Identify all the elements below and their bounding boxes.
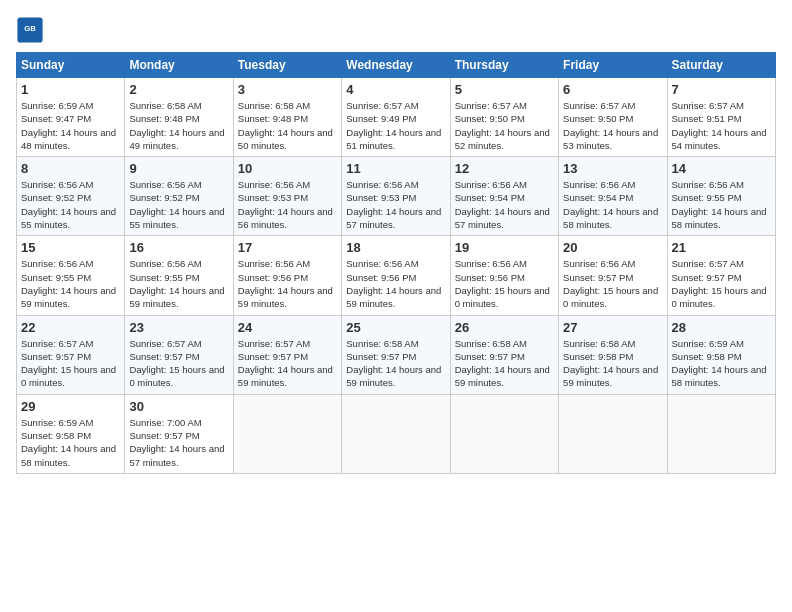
calendar-cell [233, 394, 341, 473]
day-number: 6 [563, 82, 662, 97]
calendar-cell: 24Sunrise: 6:57 AMSunset: 9:57 PMDayligh… [233, 315, 341, 394]
logo: GB [16, 16, 46, 44]
day-info: Sunrise: 6:56 AMSunset: 9:56 PMDaylight:… [455, 257, 554, 310]
day-info: Sunrise: 6:58 AMSunset: 9:48 PMDaylight:… [238, 99, 337, 152]
day-number: 3 [238, 82, 337, 97]
day-info: Sunrise: 6:57 AMSunset: 9:49 PMDaylight:… [346, 99, 445, 152]
col-header-saturday: Saturday [667, 53, 775, 78]
day-number: 30 [129, 399, 228, 414]
day-number: 9 [129, 161, 228, 176]
day-info: Sunrise: 6:56 AMSunset: 9:55 PMDaylight:… [21, 257, 120, 310]
day-number: 28 [672, 320, 771, 335]
calendar-cell: 22Sunrise: 6:57 AMSunset: 9:57 PMDayligh… [17, 315, 125, 394]
day-info: Sunrise: 6:57 AMSunset: 9:50 PMDaylight:… [455, 99, 554, 152]
day-number: 12 [455, 161, 554, 176]
week-row-4: 22Sunrise: 6:57 AMSunset: 9:57 PMDayligh… [17, 315, 776, 394]
week-row-2: 8Sunrise: 6:56 AMSunset: 9:52 PMDaylight… [17, 157, 776, 236]
day-number: 22 [21, 320, 120, 335]
day-info: Sunrise: 7:00 AMSunset: 9:57 PMDaylight:… [129, 416, 228, 469]
calendar-cell: 7Sunrise: 6:57 AMSunset: 9:51 PMDaylight… [667, 78, 775, 157]
calendar-cell: 25Sunrise: 6:58 AMSunset: 9:57 PMDayligh… [342, 315, 450, 394]
day-number: 27 [563, 320, 662, 335]
day-number: 24 [238, 320, 337, 335]
col-header-friday: Friday [559, 53, 667, 78]
day-number: 19 [455, 240, 554, 255]
day-info: Sunrise: 6:57 AMSunset: 9:57 PMDaylight:… [129, 337, 228, 390]
day-number: 25 [346, 320, 445, 335]
calendar-cell: 16Sunrise: 6:56 AMSunset: 9:55 PMDayligh… [125, 236, 233, 315]
calendar-table: SundayMondayTuesdayWednesdayThursdayFrid… [16, 52, 776, 474]
day-info: Sunrise: 6:56 AMSunset: 9:54 PMDaylight:… [455, 178, 554, 231]
day-info: Sunrise: 6:58 AMSunset: 9:57 PMDaylight:… [346, 337, 445, 390]
day-info: Sunrise: 6:56 AMSunset: 9:55 PMDaylight:… [672, 178, 771, 231]
calendar-cell [667, 394, 775, 473]
day-number: 2 [129, 82, 228, 97]
day-number: 20 [563, 240, 662, 255]
day-info: Sunrise: 6:56 AMSunset: 9:53 PMDaylight:… [346, 178, 445, 231]
day-number: 15 [21, 240, 120, 255]
calendar-cell: 21Sunrise: 6:57 AMSunset: 9:57 PMDayligh… [667, 236, 775, 315]
calendar-cell: 26Sunrise: 6:58 AMSunset: 9:57 PMDayligh… [450, 315, 558, 394]
day-info: Sunrise: 6:56 AMSunset: 9:53 PMDaylight:… [238, 178, 337, 231]
day-info: Sunrise: 6:59 AMSunset: 9:58 PMDaylight:… [21, 416, 120, 469]
day-number: 10 [238, 161, 337, 176]
calendar-body: 1Sunrise: 6:59 AMSunset: 9:47 PMDaylight… [17, 78, 776, 474]
col-header-wednesday: Wednesday [342, 53, 450, 78]
day-info: Sunrise: 6:56 AMSunset: 9:56 PMDaylight:… [238, 257, 337, 310]
day-number: 14 [672, 161, 771, 176]
calendar-cell: 12Sunrise: 6:56 AMSunset: 9:54 PMDayligh… [450, 157, 558, 236]
calendar-cell: 14Sunrise: 6:56 AMSunset: 9:55 PMDayligh… [667, 157, 775, 236]
calendar-cell: 9Sunrise: 6:56 AMSunset: 9:52 PMDaylight… [125, 157, 233, 236]
calendar-cell: 30Sunrise: 7:00 AMSunset: 9:57 PMDayligh… [125, 394, 233, 473]
day-info: Sunrise: 6:57 AMSunset: 9:57 PMDaylight:… [238, 337, 337, 390]
day-info: Sunrise: 6:57 AMSunset: 9:50 PMDaylight:… [563, 99, 662, 152]
week-row-1: 1Sunrise: 6:59 AMSunset: 9:47 PMDaylight… [17, 78, 776, 157]
day-number: 1 [21, 82, 120, 97]
page-header: GB [16, 16, 776, 44]
day-info: Sunrise: 6:56 AMSunset: 9:52 PMDaylight:… [129, 178, 228, 231]
day-number: 26 [455, 320, 554, 335]
calendar-cell: 11Sunrise: 6:56 AMSunset: 9:53 PMDayligh… [342, 157, 450, 236]
col-header-sunday: Sunday [17, 53, 125, 78]
day-info: Sunrise: 6:56 AMSunset: 9:56 PMDaylight:… [346, 257, 445, 310]
day-info: Sunrise: 6:59 AMSunset: 9:47 PMDaylight:… [21, 99, 120, 152]
calendar-cell: 29Sunrise: 6:59 AMSunset: 9:58 PMDayligh… [17, 394, 125, 473]
day-info: Sunrise: 6:58 AMSunset: 9:58 PMDaylight:… [563, 337, 662, 390]
calendar-cell: 27Sunrise: 6:58 AMSunset: 9:58 PMDayligh… [559, 315, 667, 394]
day-info: Sunrise: 6:56 AMSunset: 9:55 PMDaylight:… [129, 257, 228, 310]
day-info: Sunrise: 6:58 AMSunset: 9:57 PMDaylight:… [455, 337, 554, 390]
day-number: 5 [455, 82, 554, 97]
day-number: 11 [346, 161, 445, 176]
calendar-cell: 2Sunrise: 6:58 AMSunset: 9:48 PMDaylight… [125, 78, 233, 157]
calendar-cell: 8Sunrise: 6:56 AMSunset: 9:52 PMDaylight… [17, 157, 125, 236]
day-info: Sunrise: 6:58 AMSunset: 9:48 PMDaylight:… [129, 99, 228, 152]
calendar-cell: 18Sunrise: 6:56 AMSunset: 9:56 PMDayligh… [342, 236, 450, 315]
calendar-cell: 17Sunrise: 6:56 AMSunset: 9:56 PMDayligh… [233, 236, 341, 315]
calendar-cell: 13Sunrise: 6:56 AMSunset: 9:54 PMDayligh… [559, 157, 667, 236]
calendar-cell: 15Sunrise: 6:56 AMSunset: 9:55 PMDayligh… [17, 236, 125, 315]
calendar-cell: 23Sunrise: 6:57 AMSunset: 9:57 PMDayligh… [125, 315, 233, 394]
calendar-cell: 4Sunrise: 6:57 AMSunset: 9:49 PMDaylight… [342, 78, 450, 157]
day-info: Sunrise: 6:59 AMSunset: 9:58 PMDaylight:… [672, 337, 771, 390]
calendar-cell: 1Sunrise: 6:59 AMSunset: 9:47 PMDaylight… [17, 78, 125, 157]
day-number: 29 [21, 399, 120, 414]
calendar-cell [559, 394, 667, 473]
svg-text:GB: GB [24, 24, 36, 33]
calendar-cell [450, 394, 558, 473]
col-header-monday: Monday [125, 53, 233, 78]
calendar-cell: 10Sunrise: 6:56 AMSunset: 9:53 PMDayligh… [233, 157, 341, 236]
day-number: 13 [563, 161, 662, 176]
week-row-5: 29Sunrise: 6:59 AMSunset: 9:58 PMDayligh… [17, 394, 776, 473]
calendar-cell: 5Sunrise: 6:57 AMSunset: 9:50 PMDaylight… [450, 78, 558, 157]
day-number: 4 [346, 82, 445, 97]
calendar-cell: 28Sunrise: 6:59 AMSunset: 9:58 PMDayligh… [667, 315, 775, 394]
calendar-cell: 19Sunrise: 6:56 AMSunset: 9:56 PMDayligh… [450, 236, 558, 315]
col-header-tuesday: Tuesday [233, 53, 341, 78]
day-info: Sunrise: 6:57 AMSunset: 9:57 PMDaylight:… [21, 337, 120, 390]
week-row-3: 15Sunrise: 6:56 AMSunset: 9:55 PMDayligh… [17, 236, 776, 315]
day-info: Sunrise: 6:56 AMSunset: 9:52 PMDaylight:… [21, 178, 120, 231]
day-number: 7 [672, 82, 771, 97]
col-header-thursday: Thursday [450, 53, 558, 78]
day-info: Sunrise: 6:56 AMSunset: 9:57 PMDaylight:… [563, 257, 662, 310]
day-number: 21 [672, 240, 771, 255]
